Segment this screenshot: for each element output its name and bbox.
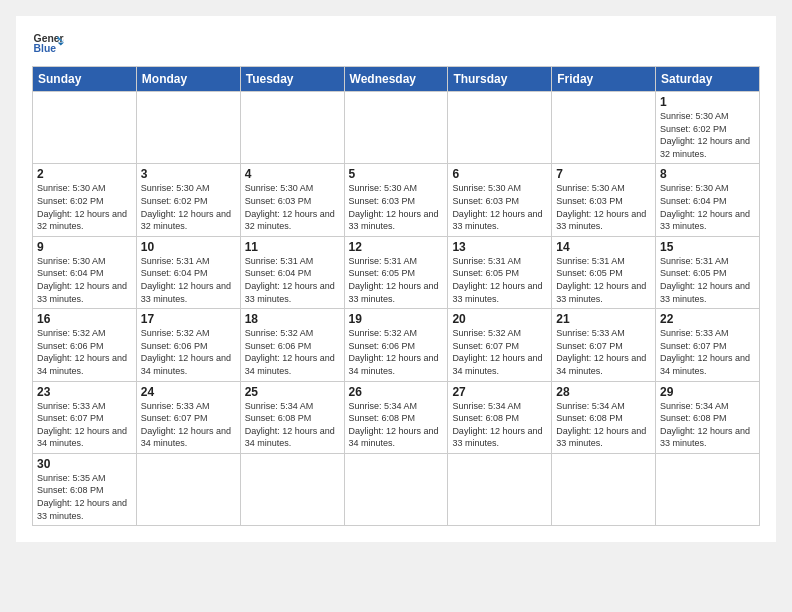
calendar-day-cell: 30Sunrise: 5:35 AM Sunset: 6:08 PM Dayli… bbox=[33, 453, 137, 525]
day-info: Sunrise: 5:30 AM Sunset: 6:03 PM Dayligh… bbox=[556, 182, 651, 232]
day-info: Sunrise: 5:31 AM Sunset: 6:05 PM Dayligh… bbox=[452, 255, 547, 305]
day-header-thursday: Thursday bbox=[448, 67, 552, 92]
day-number: 23 bbox=[37, 385, 132, 399]
calendar-day-cell: 15Sunrise: 5:31 AM Sunset: 6:05 PM Dayli… bbox=[656, 236, 760, 308]
day-info: Sunrise: 5:30 AM Sunset: 6:03 PM Dayligh… bbox=[452, 182, 547, 232]
day-number: 19 bbox=[349, 312, 444, 326]
calendar-day-cell: 6Sunrise: 5:30 AM Sunset: 6:03 PM Daylig… bbox=[448, 164, 552, 236]
day-info: Sunrise: 5:34 AM Sunset: 6:08 PM Dayligh… bbox=[349, 400, 444, 450]
calendar-week-row: 2Sunrise: 5:30 AM Sunset: 6:02 PM Daylig… bbox=[33, 164, 760, 236]
day-number: 12 bbox=[349, 240, 444, 254]
calendar-week-row: 1Sunrise: 5:30 AM Sunset: 6:02 PM Daylig… bbox=[33, 92, 760, 164]
day-info: Sunrise: 5:30 AM Sunset: 6:04 PM Dayligh… bbox=[37, 255, 132, 305]
day-info: Sunrise: 5:32 AM Sunset: 6:06 PM Dayligh… bbox=[245, 327, 340, 377]
day-info: Sunrise: 5:31 AM Sunset: 6:04 PM Dayligh… bbox=[245, 255, 340, 305]
calendar-day-cell: 28Sunrise: 5:34 AM Sunset: 6:08 PM Dayli… bbox=[552, 381, 656, 453]
day-number: 13 bbox=[452, 240, 547, 254]
day-info: Sunrise: 5:34 AM Sunset: 6:08 PM Dayligh… bbox=[660, 400, 755, 450]
calendar-day-cell: 22Sunrise: 5:33 AM Sunset: 6:07 PM Dayli… bbox=[656, 309, 760, 381]
day-info: Sunrise: 5:34 AM Sunset: 6:08 PM Dayligh… bbox=[556, 400, 651, 450]
day-number: 17 bbox=[141, 312, 236, 326]
day-number: 26 bbox=[349, 385, 444, 399]
calendar-day-cell: 24Sunrise: 5:33 AM Sunset: 6:07 PM Dayli… bbox=[136, 381, 240, 453]
day-number: 10 bbox=[141, 240, 236, 254]
calendar-day-cell: 1Sunrise: 5:30 AM Sunset: 6:02 PM Daylig… bbox=[656, 92, 760, 164]
day-header-sunday: Sunday bbox=[33, 67, 137, 92]
calendar-day-cell: 11Sunrise: 5:31 AM Sunset: 6:04 PM Dayli… bbox=[240, 236, 344, 308]
day-info: Sunrise: 5:30 AM Sunset: 6:02 PM Dayligh… bbox=[37, 182, 132, 232]
day-info: Sunrise: 5:30 AM Sunset: 6:04 PM Dayligh… bbox=[660, 182, 755, 232]
day-info: Sunrise: 5:33 AM Sunset: 6:07 PM Dayligh… bbox=[660, 327, 755, 377]
day-header-wednesday: Wednesday bbox=[344, 67, 448, 92]
day-number: 22 bbox=[660, 312, 755, 326]
day-number: 29 bbox=[660, 385, 755, 399]
day-number: 16 bbox=[37, 312, 132, 326]
calendar-day-cell: 13Sunrise: 5:31 AM Sunset: 6:05 PM Dayli… bbox=[448, 236, 552, 308]
calendar-week-row: 23Sunrise: 5:33 AM Sunset: 6:07 PM Dayli… bbox=[33, 381, 760, 453]
day-info: Sunrise: 5:31 AM Sunset: 6:05 PM Dayligh… bbox=[349, 255, 444, 305]
day-info: Sunrise: 5:30 AM Sunset: 6:03 PM Dayligh… bbox=[349, 182, 444, 232]
day-number: 25 bbox=[245, 385, 340, 399]
calendar-day-cell: 9Sunrise: 5:30 AM Sunset: 6:04 PM Daylig… bbox=[33, 236, 137, 308]
day-info: Sunrise: 5:35 AM Sunset: 6:08 PM Dayligh… bbox=[37, 472, 132, 522]
calendar-page: General Blue SundayMondayTuesdayWednesda… bbox=[16, 16, 776, 542]
day-number: 1 bbox=[660, 95, 755, 109]
day-number: 14 bbox=[556, 240, 651, 254]
svg-text:Blue: Blue bbox=[34, 43, 57, 54]
day-number: 4 bbox=[245, 167, 340, 181]
calendar-header-row: SundayMondayTuesdayWednesdayThursdayFrid… bbox=[33, 67, 760, 92]
calendar-day-cell: 3Sunrise: 5:30 AM Sunset: 6:02 PM Daylig… bbox=[136, 164, 240, 236]
logo-icon: General Blue bbox=[32, 28, 64, 60]
day-number: 15 bbox=[660, 240, 755, 254]
calendar-week-row: 9Sunrise: 5:30 AM Sunset: 6:04 PM Daylig… bbox=[33, 236, 760, 308]
calendar-day-cell: 29Sunrise: 5:34 AM Sunset: 6:08 PM Dayli… bbox=[656, 381, 760, 453]
day-info: Sunrise: 5:32 AM Sunset: 6:06 PM Dayligh… bbox=[141, 327, 236, 377]
day-number: 21 bbox=[556, 312, 651, 326]
calendar-day-cell: 8Sunrise: 5:30 AM Sunset: 6:04 PM Daylig… bbox=[656, 164, 760, 236]
logo: General Blue bbox=[32, 28, 64, 60]
day-info: Sunrise: 5:31 AM Sunset: 6:05 PM Dayligh… bbox=[660, 255, 755, 305]
calendar-day-cell: 10Sunrise: 5:31 AM Sunset: 6:04 PM Dayli… bbox=[136, 236, 240, 308]
calendar-day-cell: 16Sunrise: 5:32 AM Sunset: 6:06 PM Dayli… bbox=[33, 309, 137, 381]
day-number: 5 bbox=[349, 167, 444, 181]
calendar-day-cell: 21Sunrise: 5:33 AM Sunset: 6:07 PM Dayli… bbox=[552, 309, 656, 381]
day-header-tuesday: Tuesday bbox=[240, 67, 344, 92]
calendar-day-cell: 19Sunrise: 5:32 AM Sunset: 6:06 PM Dayli… bbox=[344, 309, 448, 381]
day-info: Sunrise: 5:32 AM Sunset: 6:06 PM Dayligh… bbox=[349, 327, 444, 377]
day-number: 27 bbox=[452, 385, 547, 399]
calendar-day-cell bbox=[240, 92, 344, 164]
calendar-day-cell: 20Sunrise: 5:32 AM Sunset: 6:07 PM Dayli… bbox=[448, 309, 552, 381]
day-number: 28 bbox=[556, 385, 651, 399]
day-header-friday: Friday bbox=[552, 67, 656, 92]
day-info: Sunrise: 5:31 AM Sunset: 6:05 PM Dayligh… bbox=[556, 255, 651, 305]
day-number: 18 bbox=[245, 312, 340, 326]
day-number: 2 bbox=[37, 167, 132, 181]
page-header: General Blue bbox=[32, 28, 760, 60]
calendar-day-cell: 26Sunrise: 5:34 AM Sunset: 6:08 PM Dayli… bbox=[344, 381, 448, 453]
calendar-day-cell bbox=[33, 92, 137, 164]
day-number: 30 bbox=[37, 457, 132, 471]
day-number: 9 bbox=[37, 240, 132, 254]
calendar-day-cell bbox=[136, 453, 240, 525]
calendar-week-row: 16Sunrise: 5:32 AM Sunset: 6:06 PM Dayli… bbox=[33, 309, 760, 381]
calendar-day-cell bbox=[552, 92, 656, 164]
calendar-week-row: 30Sunrise: 5:35 AM Sunset: 6:08 PM Dayli… bbox=[33, 453, 760, 525]
day-info: Sunrise: 5:33 AM Sunset: 6:07 PM Dayligh… bbox=[37, 400, 132, 450]
day-number: 11 bbox=[245, 240, 340, 254]
calendar-day-cell: 18Sunrise: 5:32 AM Sunset: 6:06 PM Dayli… bbox=[240, 309, 344, 381]
calendar-table: SundayMondayTuesdayWednesdayThursdayFrid… bbox=[32, 66, 760, 526]
calendar-day-cell: 14Sunrise: 5:31 AM Sunset: 6:05 PM Dayli… bbox=[552, 236, 656, 308]
day-number: 24 bbox=[141, 385, 236, 399]
calendar-day-cell bbox=[448, 453, 552, 525]
day-number: 20 bbox=[452, 312, 547, 326]
day-header-saturday: Saturday bbox=[656, 67, 760, 92]
calendar-day-cell bbox=[448, 92, 552, 164]
day-header-monday: Monday bbox=[136, 67, 240, 92]
calendar-day-cell: 27Sunrise: 5:34 AM Sunset: 6:08 PM Dayli… bbox=[448, 381, 552, 453]
calendar-day-cell bbox=[136, 92, 240, 164]
day-info: Sunrise: 5:30 AM Sunset: 6:03 PM Dayligh… bbox=[245, 182, 340, 232]
day-info: Sunrise: 5:30 AM Sunset: 6:02 PM Dayligh… bbox=[660, 110, 755, 160]
day-info: Sunrise: 5:33 AM Sunset: 6:07 PM Dayligh… bbox=[556, 327, 651, 377]
calendar-day-cell bbox=[656, 453, 760, 525]
calendar-day-cell: 5Sunrise: 5:30 AM Sunset: 6:03 PM Daylig… bbox=[344, 164, 448, 236]
